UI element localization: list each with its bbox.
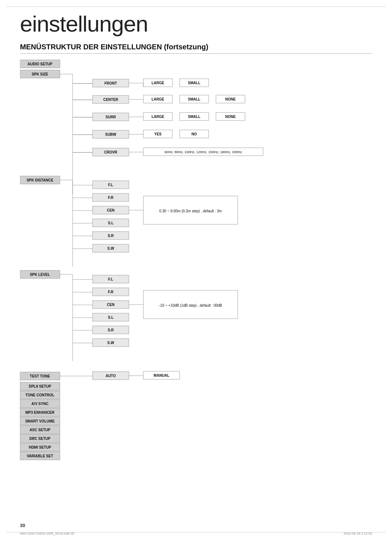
svg-text:AUDIO SETUP: AUDIO SETUP	[28, 62, 53, 66]
svg-text:F.R: F.R	[108, 290, 114, 294]
svg-text:S.W: S.W	[107, 246, 114, 250]
svg-text:LARGE: LARGE	[152, 97, 164, 101]
svg-text:DPLII SETUP: DPLII SETUP	[29, 384, 51, 388]
diagram-svg: AUDIO SETUP SPK SIZE FRONT LARGE SMALL C…	[20, 56, 372, 503]
svg-text:S.L: S.L	[108, 221, 114, 225]
svg-text:CEN: CEN	[107, 303, 114, 307]
footer-right: 2010-06-18 3:12:53	[343, 532, 372, 535]
page-subtitle: MENÜSTRUKTUR DER EINSTELLUNGEN (fortsetz…	[20, 43, 372, 54]
svg-text:LARGE: LARGE	[152, 81, 164, 85]
svg-text:MP3 ENHANCER: MP3 ENHANCER	[25, 411, 55, 415]
svg-text:TONE CONTROL: TONE CONTROL	[25, 393, 54, 397]
svg-text:A/V SYNC: A/V SYNC	[31, 402, 48, 406]
svg-text:SMALL: SMALL	[188, 81, 200, 85]
svg-text:SMALL: SMALL	[188, 97, 200, 101]
svg-text:SPK DISTANCE: SPK DISTANCE	[26, 178, 53, 182]
svg-text:0.30 ~ 9.00m (0.3m step) , def: 0.30 ~ 9.00m (0.3m step) , default : 3m	[159, 209, 222, 213]
svg-text:F.L: F.L	[108, 277, 113, 281]
svg-text:S.R: S.R	[108, 328, 114, 332]
svg-text:CEN: CEN	[107, 208, 114, 212]
svg-text:DRC SETUP: DRC SETUP	[29, 437, 50, 441]
page-number: 30	[20, 523, 25, 528]
svg-text:LARGE: LARGE	[152, 115, 164, 119]
svg-text:S.L: S.L	[108, 315, 114, 319]
footer-left: HW-C500-C560S-GER_0618.indd 30	[20, 532, 74, 535]
svg-text:MANUAL: MANUAL	[154, 373, 169, 377]
svg-text:-10 ~ +10dB (1dB step) , defau: -10 ~ +10dB (1dB step) , default : 00dB	[159, 303, 222, 307]
svg-text:YES: YES	[154, 132, 162, 136]
svg-text:SPK SIZE: SPK SIZE	[32, 72, 48, 76]
svg-text:F.L: F.L	[108, 183, 113, 187]
svg-text:S.R: S.R	[108, 234, 114, 238]
page-title: einstellungen	[20, 11, 148, 37]
svg-text:VARIABLE SET: VARIABLE SET	[27, 454, 53, 458]
svg-text:ASC SETUP: ASC SETUP	[29, 428, 50, 432]
svg-text:NO: NO	[192, 132, 197, 136]
svg-text:SUBW: SUBW	[105, 132, 117, 136]
svg-text:SMALL: SMALL	[188, 115, 200, 119]
svg-text:NONE: NONE	[225, 115, 236, 119]
svg-text:CENTER: CENTER	[103, 98, 118, 102]
svg-text:60Hz, 80Hz, 100Hz, 120Hz, 150H: 60Hz, 80Hz, 100Hz, 120Hz, 150Hz, 180Hz, …	[164, 150, 242, 154]
svg-text:FRONT: FRONT	[105, 81, 117, 85]
svg-text:TEST TONE: TEST TONE	[30, 374, 50, 378]
svg-text:F.R: F.R	[108, 196, 114, 200]
svg-text:SPK LEVEL: SPK LEVEL	[30, 273, 50, 277]
svg-text:NONE: NONE	[225, 97, 236, 101]
page-border-top	[7, 7, 385, 7]
svg-text:HDMI SETUP: HDMI SETUP	[29, 445, 51, 449]
svg-text:S.W: S.W	[107, 341, 114, 345]
svg-text:CROVR: CROVR	[104, 150, 118, 154]
svg-text:SURR: SURR	[106, 115, 116, 119]
svg-text:AUTO: AUTO	[106, 374, 116, 378]
svg-text:SMART VOLUME: SMART VOLUME	[25, 419, 54, 423]
